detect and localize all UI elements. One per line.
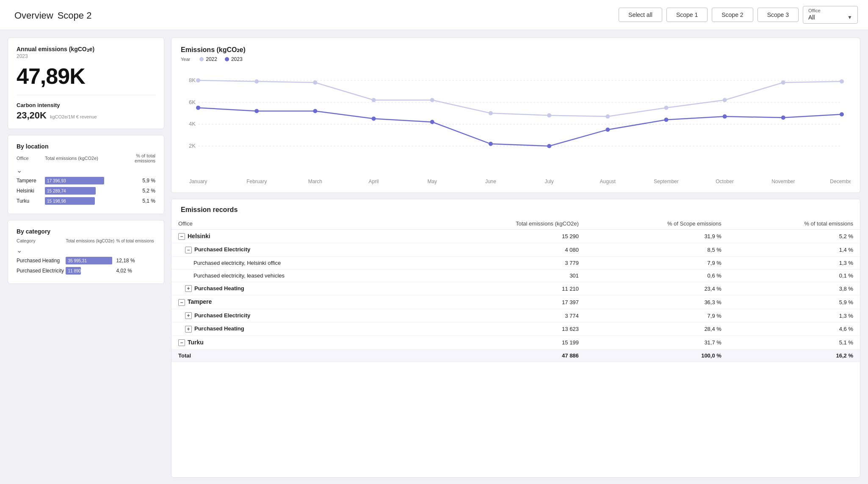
category-row: Purchased Heating 35 995,31 12,18 % — [17, 256, 155, 266]
loc-col-total: Total emissions (kgCO2e) — [45, 153, 130, 165]
records-title: Emission records — [171, 199, 860, 218]
col-office: Office — [171, 218, 424, 230]
svg-point-43 — [840, 112, 844, 116]
svg-point-37 — [489, 142, 493, 146]
loc-col-office: Office — [17, 153, 45, 165]
svg-text:March: March — [308, 179, 322, 184]
cat-col-total: Total emissions (kgCO2e) — [66, 238, 116, 245]
collapse-icon[interactable]: − — [178, 299, 185, 306]
record-total: 3 779 — [424, 256, 586, 269]
expand-icon[interactable]: + — [185, 312, 192, 319]
loc-bar-cell: 15 289,74 — [45, 186, 130, 196]
main-content: Annual emissions (kgCO₂e) 2023 47,89K Ca… — [0, 30, 868, 484]
record-office: −Turku — [171, 336, 424, 349]
svg-text:October: October — [716, 179, 734, 184]
header-controls: Select all Scope 1 Scope 2 Scope 3 Offic… — [619, 6, 858, 24]
by-location-title: By location — [17, 143, 155, 150]
office-dropdown[interactable]: Office All ▼ — [803, 6, 858, 24]
svg-point-29 — [723, 98, 727, 102]
svg-text:November: November — [771, 179, 795, 184]
carbon-value-row: 23,20K kgCO2e/1M € revenue — [17, 110, 155, 121]
svg-point-41 — [723, 114, 727, 118]
table-row: −Purchased Electricity 4 080 8,5 % 1,4 % — [171, 243, 860, 257]
loc-office-name: Tampere — [17, 176, 45, 186]
svg-text:December: December — [830, 179, 851, 184]
record-total-pct: 1,3 % — [728, 256, 860, 269]
record-office: +Purchased Heating — [171, 282, 424, 295]
chart-svg: 2K4K6K8KJanuaryFebruaryMarchAprilMayJune… — [181, 66, 851, 185]
scope3-button[interactable]: Scope 3 — [757, 8, 799, 22]
svg-point-35 — [372, 117, 376, 121]
carbon-label: Carbon intensity — [17, 102, 155, 108]
chevron-down-icon: ▼ — [847, 14, 852, 20]
svg-point-20 — [196, 78, 200, 82]
records-table-wrap[interactable]: Office Total emissions (kgCO2e) % of Sco… — [171, 218, 860, 477]
svg-point-39 — [605, 127, 610, 132]
record-total: 17 397 — [424, 295, 586, 309]
record-office: −Purchased Electricity — [171, 243, 424, 257]
record-office: Purchased electricity, Helsinki office — [171, 256, 424, 269]
chart-title: Emissions (kgCO₂e) — [181, 46, 851, 54]
location-row: Helsinki 15 289,74 5,2 % — [17, 186, 155, 196]
annual-title: Annual emissions (kgCO₂e) — [17, 46, 155, 52]
record-total: 301 — [424, 269, 586, 282]
record-office: −Tampere — [171, 295, 424, 309]
col-total: Total emissions (kgCO2e) — [424, 218, 586, 230]
scope2-button[interactable]: Scope 2 — [712, 8, 753, 22]
record-total-pct: 5,9 % — [728, 295, 860, 309]
loc-pct: 5,1 % — [130, 196, 155, 206]
loc-office-name: Turku — [17, 196, 45, 206]
office-dropdown-label: Office — [803, 6, 857, 13]
cat-col-category: Category — [17, 238, 66, 245]
svg-text:4K: 4K — [189, 121, 196, 127]
table-row: −Tampere 17 397 36,3 % 5,9 % — [171, 295, 860, 309]
office-dropdown-value[interactable]: All ▼ — [803, 13, 857, 23]
svg-text:June: June — [485, 179, 496, 184]
collapse-icon[interactable]: − — [178, 233, 185, 240]
cat-name: Purchased Electricity — [17, 266, 66, 276]
annual-year: 2023 — [17, 53, 155, 59]
record-total: 47 886 — [424, 349, 586, 362]
svg-text:January: January — [189, 179, 207, 184]
collapse-icon[interactable]: − — [178, 339, 185, 346]
legend-2022: 2022 — [199, 56, 217, 62]
by-category-card: By category Category Total emissions (kg… — [8, 220, 164, 284]
legend-label-2022: 2022 — [206, 56, 217, 62]
svg-point-36 — [430, 120, 434, 124]
record-scope-pct: 0,6 % — [586, 269, 728, 282]
table-row: +Purchased Heating 11 210 23,4 % 3,8 % — [171, 282, 860, 295]
select-all-button[interactable]: Select all — [619, 8, 662, 22]
svg-text:August: August — [600, 179, 616, 184]
table-row: Purchased electricity, leased vehicles 3… — [171, 269, 860, 282]
cat-pct: 4,02 % — [116, 266, 155, 276]
record-total: 15 290 — [424, 230, 586, 243]
table-row: +Purchased Electricity 3 774 7,9 % 1,3 % — [171, 309, 860, 322]
svg-text:July: July — [545, 179, 553, 184]
record-scope-pct: 100,0 % — [586, 349, 728, 362]
location-table: Office Total emissions (kgCO2e) % of tot… — [17, 153, 155, 206]
expand-icon[interactable]: + — [185, 326, 192, 333]
table-row: −Helsinki 15 290 31,9 % 5,2 % — [171, 230, 860, 243]
record-office: +Purchased Heating — [171, 322, 424, 336]
page-title: OverviewScope 2 — [10, 8, 91, 22]
record-total: 3 774 — [424, 309, 586, 322]
record-scope-pct: 31,9 % — [586, 230, 728, 243]
record-scope-pct: 23,4 % — [586, 282, 728, 295]
loc-bar-cell: 17 396,93 — [45, 176, 130, 186]
record-scope-pct: 7,9 % — [586, 309, 728, 322]
record-scope-pct: 31,7 % — [586, 336, 728, 349]
expand-icon[interactable]: + — [185, 285, 192, 292]
record-scope-pct: 8,5 % — [586, 243, 728, 257]
svg-point-31 — [840, 80, 844, 84]
svg-point-28 — [664, 106, 668, 110]
svg-point-42 — [781, 116, 785, 120]
record-total: 15 199 — [424, 336, 586, 349]
by-location-card: By location Office Total emissions (kgCO… — [8, 135, 164, 214]
scope1-button[interactable]: Scope 1 — [666, 8, 708, 22]
collapse-icon[interactable]: − — [185, 247, 192, 253]
location-row: Tampere 17 396,93 5,9 % — [17, 176, 155, 186]
svg-point-38 — [547, 144, 551, 148]
carbon-num: 23,20K — [17, 110, 47, 121]
by-category-title: By category — [17, 228, 155, 235]
svg-point-23 — [372, 98, 376, 102]
